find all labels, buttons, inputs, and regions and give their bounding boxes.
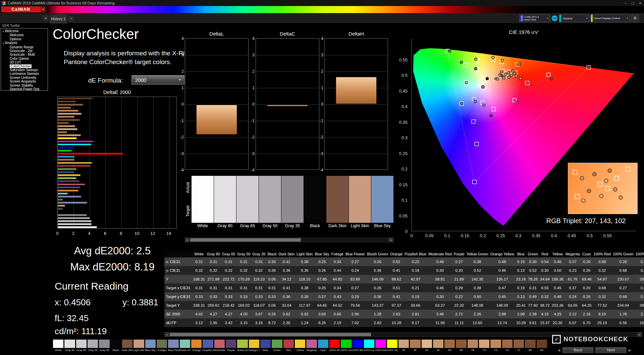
patch-strip-item[interactable]: 2E bbox=[398, 339, 409, 354]
patch-strip-item[interactable]: Blue Flower bbox=[168, 339, 179, 354]
sidebar-item-grayscale-2pt[interactable]: Grayscale - 2pt bbox=[1, 49, 48, 53]
table-cell: 63.37 bbox=[427, 301, 453, 310]
sidebar-item-colorchecker[interactable]: ColorChecker bbox=[1, 64, 48, 68]
patch-strip-item[interactable]: 9D bbox=[536, 339, 547, 354]
patch-strip-item[interactable]: 100% Magenta bbox=[375, 339, 386, 354]
patch-strip-item[interactable]: Dark Skin bbox=[122, 339, 133, 354]
meter-count-badge[interactable]: 124 bbox=[552, 15, 557, 21]
table-cell: 0.28 bbox=[612, 257, 635, 266]
patch-strip-item[interactable]: 100% Red bbox=[329, 339, 340, 354]
back-button[interactable]: Back bbox=[562, 347, 593, 353]
patch-strip-item[interactable]: 6B bbox=[455, 339, 467, 354]
patch-strip-item[interactable]: 2K bbox=[421, 339, 432, 354]
patch-strip-item[interactable]: Blue bbox=[260, 339, 271, 354]
scroll-right-icon[interactable]: ► bbox=[389, 238, 393, 242]
calman-logo[interactable]: CalMAN ▾ bbox=[1, 6, 46, 12]
minimize-icon[interactable]: ─ bbox=[622, 1, 629, 5]
patch-strip-item[interactable]: 4F bbox=[410, 339, 421, 354]
patch-strip-item[interactable]: 8D bbox=[525, 339, 536, 354]
patch-strip-item[interactable]: 100% Yellow bbox=[387, 339, 398, 354]
patch-strip-item[interactable]: Light Skin bbox=[133, 339, 144, 354]
patch-strip-item[interactable]: White bbox=[53, 339, 64, 354]
source-dropdown[interactable]: Source ▼ bbox=[559, 14, 589, 22]
sidebar-item-color-gamut[interactable]: Color Gamut bbox=[1, 57, 48, 60]
sidebar-item-luminance-sweeps[interactable]: Luminance Sweeps bbox=[1, 72, 48, 75]
scroll-left-icon[interactable]: ◄ bbox=[185, 238, 190, 242]
sidebar-item-dynamic-range[interactable]: Dynamic Range bbox=[1, 45, 48, 49]
sidebar-item-spectral-power-dist[interactable]: Spectral Power Dist. bbox=[1, 87, 48, 91]
axis-tick-label: -1 bbox=[177, 118, 184, 123]
patch-strip-item[interactable]: 7G bbox=[490, 339, 501, 354]
patch-strip-item[interactable]: Orange bbox=[191, 339, 202, 354]
axis-tick-label: 12 bbox=[150, 231, 155, 236]
patch-strip-item[interactable]: Magenta bbox=[306, 339, 317, 354]
tab-history[interactable]: History 1 bbox=[49, 14, 67, 23]
sidebar-item-welcome[interactable]: ▾Welcome bbox=[1, 29, 48, 33]
close-icon[interactable]: ✕ bbox=[637, 1, 644, 5]
sidebar-item-screen-angularity[interactable]: Screen Angularity bbox=[1, 80, 48, 83]
scroll-thumb[interactable] bbox=[190, 238, 301, 242]
patch-strip-item[interactable]: 100% Cyan bbox=[364, 339, 375, 354]
sidebar-item-saturation-sweeps[interactable]: Saturation Sweeps bbox=[1, 68, 48, 72]
sidebar-item-screen-stability[interactable]: Screen Stability bbox=[1, 84, 48, 87]
patch-strip-item[interactable]: 7D bbox=[502, 339, 513, 354]
sidebar-item-welcome[interactable]: Welcome bbox=[1, 33, 48, 37]
chevron-left-icon[interactable]: « bbox=[558, 348, 560, 353]
table-cell: 269.62 bbox=[206, 301, 221, 310]
patch-strip-item[interactable]: Blue Sky bbox=[145, 339, 156, 354]
patch-strip-item[interactable]: 5D bbox=[444, 339, 455, 354]
sidebar-item-grayscale-multi[interactable]: Grayscale - Multi bbox=[1, 53, 48, 56]
scroll-thumb[interactable] bbox=[170, 333, 371, 336]
patch-strip-item[interactable]: Yellow bbox=[294, 339, 306, 354]
patch-strip-item[interactable]: Cyan bbox=[318, 339, 329, 354]
table-header-row: WhiteGray 80Gray 65Gray 50Gray 35BlackDa… bbox=[164, 251, 644, 257]
next-button[interactable]: Next bbox=[595, 347, 626, 353]
patch-strip-item[interactable]: 100% Green bbox=[340, 339, 352, 354]
patch-strip-item[interactable]: Purplish Blue bbox=[202, 339, 213, 354]
de-formula-select[interactable]: 2000 ▼ bbox=[131, 75, 184, 85]
patch-strip-item[interactable]: Foliage bbox=[156, 339, 167, 354]
patch-strip-item[interactable]: 7B bbox=[467, 339, 478, 354]
patch-strip-item[interactable]: Gray 80 bbox=[64, 339, 75, 354]
patch-strip-item[interactable]: Orange Yellow bbox=[249, 339, 260, 354]
patch-strip-item[interactable]: Red bbox=[283, 339, 294, 354]
patch-strip-item[interactable]: Moderate Red bbox=[214, 339, 225, 354]
axis-tick-label: 0.55 bbox=[399, 57, 408, 62]
patch-strip-item[interactable]: 7H bbox=[479, 339, 490, 354]
scroll-right-icon[interactable]: ► bbox=[637, 332, 642, 337]
patch-strip-item[interactable]: Gray 35 bbox=[99, 339, 110, 354]
patch-strip-item[interactable]: 100% Blue bbox=[352, 339, 363, 354]
target-marker bbox=[626, 167, 630, 171]
axis-tick-label: 0.2 bbox=[401, 166, 408, 171]
cie-x-axis: 00.050.10.150.20.250.30.350.40.450.50.55 bbox=[412, 233, 636, 239]
patch-strip-item[interactable]: Gray 65 bbox=[76, 339, 87, 354]
de-bar bbox=[58, 226, 97, 228]
patch-strip-item[interactable]: 3K bbox=[433, 339, 444, 354]
sidebar-collapse-button[interactable]: ◄ bbox=[43, 15, 48, 21]
settings-gear-button[interactable]: ⚙ bbox=[631, 14, 639, 22]
scroll-left-icon[interactable]: ◄ bbox=[164, 332, 169, 337]
patch-strip-item[interactable]: Gray 50 bbox=[87, 339, 98, 354]
new-tab-button[interactable]: + bbox=[68, 16, 74, 21]
table-cell: 169.02 bbox=[236, 301, 251, 310]
maximize-icon[interactable]: ▢ bbox=[629, 1, 637, 5]
display-control-dropdown[interactable]: Direct Display Control ▼ bbox=[591, 14, 630, 22]
meter-dropdown[interactable]: X-Rite i1Pro 2 Direct View ▼ bbox=[519, 14, 550, 22]
swatch-scrollbar[interactable]: ◄ ► bbox=[185, 238, 393, 242]
logo-dropdown-icon[interactable]: ▾ bbox=[41, 6, 46, 12]
sidebar-item-screen-uniformity[interactable]: Screen Uniformity bbox=[1, 76, 48, 80]
patch-strip-item[interactable]: 7C bbox=[513, 339, 524, 354]
sidebar-item-analysis[interactable]: ▾Analysis bbox=[1, 41, 48, 45]
patch-strip-item[interactable]: Bluish Green bbox=[179, 339, 191, 354]
table-cell: 7.02 bbox=[344, 318, 366, 327]
patch-strip-item[interactable]: Black bbox=[110, 339, 121, 354]
sidebar-item-options[interactable]: Options bbox=[1, 37, 48, 41]
chevron-right-icon[interactable]: » bbox=[628, 348, 631, 353]
table-cell: 0.46 bbox=[489, 266, 515, 275]
patch-strip-item[interactable]: Purple bbox=[225, 339, 236, 354]
patch-strip-item[interactable]: Yellow Green bbox=[237, 339, 248, 354]
axis-tick-label: 3 bbox=[317, 53, 323, 57]
de-bar bbox=[58, 153, 123, 155]
sidebar-item-3d-lut[interactable]: 3D LUT bbox=[1, 60, 48, 64]
patch-strip-item[interactable]: Green bbox=[271, 339, 282, 354]
